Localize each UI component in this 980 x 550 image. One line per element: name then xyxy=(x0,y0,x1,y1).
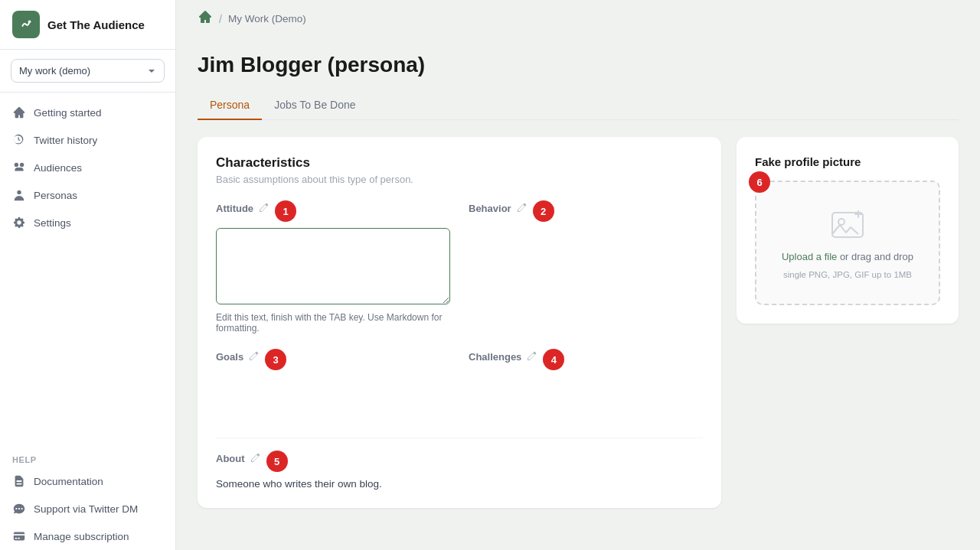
sidebar-item-settings[interactable]: Settings xyxy=(0,209,175,236)
sidebar-item-label: Documentation xyxy=(34,476,103,487)
doc-icon xyxy=(12,474,26,488)
sidebar-item-label: Settings xyxy=(34,217,71,229)
fields-grid: Attitude 1 Edit this text, finish with t… xyxy=(216,200,703,422)
card-title: Characteristics xyxy=(216,155,703,171)
sidebar-item-personas[interactable]: Personas xyxy=(0,181,175,209)
goals-field: Goals 3 xyxy=(216,349,450,422)
about-label-row: About 5 xyxy=(216,451,703,472)
breadcrumb-separator: / xyxy=(219,13,222,25)
page-title: Jim Blogger (persona) xyxy=(198,53,959,77)
profile-picture-card: Fake profile picture 6 Upload a file or … xyxy=(737,137,959,324)
sidebar-item-audiences[interactable]: Audiences xyxy=(0,154,175,181)
behavior-field: Behavior 2 xyxy=(469,200,703,334)
settings-icon xyxy=(12,216,26,229)
upload-file-link[interactable]: Upload a file xyxy=(782,251,837,262)
behavior-badge: 2 xyxy=(533,200,554,222)
sidebar-item-label: Audiences xyxy=(34,162,82,174)
svg-point-3 xyxy=(838,219,844,225)
behavior-label-row: Behavior 2 xyxy=(469,200,703,222)
sidebar-item-documentation[interactable]: Documentation xyxy=(0,467,175,495)
about-text: Someone who writes their own blog. xyxy=(216,478,703,490)
tab-persona[interactable]: Persona xyxy=(198,93,262,120)
workspace-dropdown[interactable]: My work (demo) xyxy=(11,59,165,83)
upload-text: Upload a file or drag and drop xyxy=(782,251,913,262)
breadcrumb-current: My Work (Demo) xyxy=(228,13,306,24)
workspace-selector[interactable]: My work (demo) xyxy=(0,50,175,93)
home-breadcrumb-icon[interactable] xyxy=(198,9,213,28)
about-badge: 5 xyxy=(266,451,288,472)
app-logo xyxy=(12,11,40,38)
sidebar-item-label: Support via Twitter DM xyxy=(34,503,138,515)
goals-empty xyxy=(216,376,450,422)
edit-icon-behavior xyxy=(516,203,527,213)
behavior-empty xyxy=(469,228,703,274)
chat-icon xyxy=(12,502,26,516)
history-icon xyxy=(12,133,26,147)
main-nav: Getting started Twitter history Audience… xyxy=(0,93,175,242)
challenges-label: Challenges xyxy=(469,351,537,363)
help-section: HELP Documentation Support via Twitter D… xyxy=(0,447,175,550)
attitude-textarea[interactable] xyxy=(216,228,450,304)
upload-subtext: single PNG, JPG, GIF up to 1MB xyxy=(783,270,912,279)
attitude-badge: 1 xyxy=(275,200,296,222)
behavior-label: Behavior xyxy=(469,203,527,214)
sidebar-item-manage-subscription[interactable]: Manage subscription xyxy=(0,522,175,550)
attitude-hint: Edit this text, finish with the TAB key.… xyxy=(216,312,450,334)
sidebar-header: Get The Audience xyxy=(0,0,175,50)
attitude-label-row: Attitude 1 xyxy=(216,200,450,222)
home-icon xyxy=(12,106,26,119)
app-title: Get The Audience xyxy=(47,18,145,31)
challenges-badge: 4 xyxy=(543,349,564,370)
challenges-label-row: Challenges 4 xyxy=(469,349,703,370)
goals-label: Goals xyxy=(216,351,259,363)
sidebar-item-label: Personas xyxy=(34,190,77,201)
main-content: / My Work (Demo) Jim Blogger (persona) P… xyxy=(176,0,980,550)
users-icon xyxy=(12,161,26,174)
image-icon xyxy=(829,207,866,243)
edit-icon xyxy=(258,203,269,213)
profile-card-title: Fake profile picture xyxy=(755,155,940,168)
sidebar-item-label: Twitter history xyxy=(34,135,97,146)
tabs: Persona Jobs To Be Done xyxy=(198,93,959,120)
about-label: About xyxy=(216,453,260,464)
edit-icon-about xyxy=(250,453,260,464)
edit-icon-challenges xyxy=(526,351,537,362)
goals-label-row: Goals 3 xyxy=(216,349,450,370)
attitude-label: Attitude xyxy=(216,203,269,214)
sidebar: Get The Audience My work (demo) Getting … xyxy=(0,0,176,550)
tab-jobs-to-be-done[interactable]: Jobs To Be Done xyxy=(262,93,368,120)
help-section-label: HELP xyxy=(0,447,175,467)
attitude-field: Attitude 1 Edit this text, finish with t… xyxy=(216,200,450,334)
main-layout: Characteristics Basic assumptions about … xyxy=(198,137,959,508)
sidebar-item-twitter-history[interactable]: Twitter history xyxy=(0,126,175,154)
persona-card: Characteristics Basic assumptions about … xyxy=(198,137,721,508)
sidebar-item-label: Manage subscription xyxy=(34,531,129,542)
topbar: / My Work (Demo) xyxy=(176,0,980,37)
svg-point-1 xyxy=(28,21,31,24)
goals-badge: 3 xyxy=(265,349,286,370)
about-section: About 5 Someone who writes their own blo… xyxy=(216,438,703,490)
challenges-empty xyxy=(469,376,703,422)
content-area: Jim Blogger (persona) Persona Jobs To Be… xyxy=(176,37,980,550)
upload-area[interactable]: 6 Upload a file or drag and drop single … xyxy=(755,181,940,305)
card-icon xyxy=(12,529,26,543)
edit-icon-goals xyxy=(248,351,259,362)
person-icon xyxy=(12,188,26,202)
sidebar-item-support[interactable]: Support via Twitter DM xyxy=(0,495,175,522)
card-subtitle: Basic assumptions about this type of per… xyxy=(216,174,703,185)
challenges-field: Challenges 4 xyxy=(469,349,703,422)
sidebar-item-getting-started[interactable]: Getting started xyxy=(0,99,175,126)
sidebar-item-label: Getting started xyxy=(34,107,102,119)
upload-badge: 6 xyxy=(749,171,770,193)
